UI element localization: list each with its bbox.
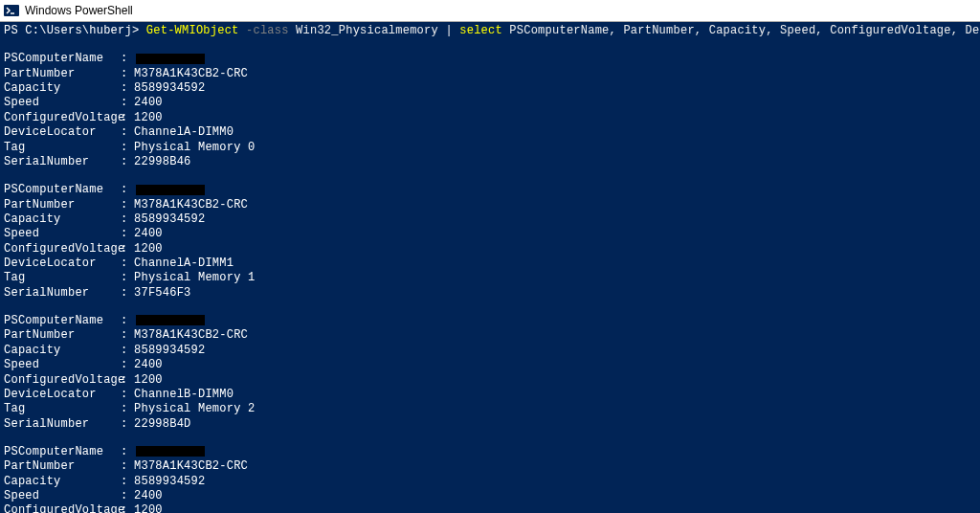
param-flag: -class — [239, 24, 297, 37]
field-label: ConfiguredVoltage — [4, 111, 121, 125]
field-value: 8589934592 — [134, 344, 205, 357]
field-label: DeviceLocator — [4, 388, 121, 402]
field-label: Capacity — [4, 344, 121, 358]
command-line: PS C:\Users\huberj> Get-WMIObject -class… — [4, 24, 976, 38]
field-value: 8589934592 — [134, 81, 205, 95]
svg-rect-0 — [4, 5, 19, 16]
memory-record: PSComputerName: PartNumber:M378A1K43CB2-… — [4, 52, 976, 169]
field-value: 1200 — [134, 373, 163, 387]
field-label: PartNumber — [4, 328, 121, 343]
cmdlet-name: Get-WMIObject — [146, 24, 239, 37]
field-label: Capacity — [4, 81, 121, 96]
field-value: 2400 — [134, 96, 163, 109]
redacted-value — [136, 185, 205, 195]
field-label: PSComputerName — [4, 183, 121, 197]
field-label: Capacity — [4, 475, 121, 489]
field-value: 22998B4D — [134, 417, 191, 431]
field-value: M378A1K43CB2-CRC — [134, 67, 248, 80]
field-value: 2400 — [134, 227, 163, 240]
window-title: Windows PowerShell — [25, 4, 133, 17]
field-label: DeviceLocator — [4, 125, 121, 140]
memory-record: PSComputerName: PartNumber:M378A1K43CB2-… — [4, 183, 976, 301]
field-label: DeviceLocator — [4, 256, 121, 271]
powershell-icon — [4, 3, 19, 18]
field-value: 1200 — [134, 242, 163, 256]
pipe: | — [445, 24, 459, 37]
field-label: ConfiguredVoltage — [4, 242, 121, 256]
field-value: 8589934592 — [134, 475, 205, 488]
field-label: PartNumber — [4, 67, 121, 81]
field-label: PartNumber — [4, 198, 121, 212]
memory-record: PSComputerName: PartNumber:M378A1K43CB2-… — [4, 445, 976, 513]
select-cmd: select — [459, 24, 509, 37]
field-label: Speed — [4, 489, 121, 503]
field-label: ConfiguredVoltage — [4, 503, 121, 513]
field-value: Physical Memory 2 — [134, 402, 256, 415]
field-label: Speed — [4, 358, 121, 372]
terminal-output[interactable]: PS C:\Users\huberj> Get-WMIObject -class… — [0, 22, 980, 513]
field-label: ConfiguredVoltage — [4, 373, 121, 388]
prompt: PS C:\Users\huberj> — [4, 24, 146, 37]
field-label: PSComputerName — [4, 314, 121, 328]
field-label: PSComputerName — [4, 445, 121, 459]
memory-record: PSComputerName: PartNumber:M378A1K43CB2-… — [4, 314, 976, 432]
field-label: PSComputerName — [4, 52, 121, 66]
field-label: PartNumber — [4, 459, 121, 474]
field-label: Tag — [4, 402, 121, 416]
classname: Win32_Physicalmemory — [296, 24, 445, 37]
field-value: M378A1K43CB2-CRC — [134, 198, 248, 212]
field-value: 22998B46 — [134, 155, 191, 168]
field-value: ChannelA-DIMM0 — [134, 125, 234, 139]
field-label: Speed — [4, 227, 121, 241]
redacted-value — [136, 446, 205, 457]
window-titlebar[interactable]: Windows PowerShell — [0, 0, 980, 22]
field-label: Tag — [4, 271, 121, 285]
field-label: SerialNumber — [4, 417, 121, 432]
field-value: 37F546F3 — [134, 286, 191, 300]
field-label: SerialNumber — [4, 155, 121, 169]
field-value: 1200 — [134, 111, 163, 124]
field-label: Tag — [4, 141, 121, 155]
field-value: Physical Memory 1 — [134, 271, 256, 284]
redacted-value — [136, 54, 205, 64]
field-value: M378A1K43CB2-CRC — [134, 328, 248, 342]
field-label: Speed — [4, 96, 121, 110]
field-value: 8589934592 — [134, 212, 205, 226]
select-fields: PSComputerName, PartNumber, Capacity, Sp… — [509, 24, 980, 37]
field-value: 1200 — [134, 503, 163, 513]
field-value: ChannelA-DIMM1 — [134, 256, 234, 270]
field-label: SerialNumber — [4, 286, 121, 301]
field-value: M378A1K43CB2-CRC — [134, 459, 248, 473]
field-value: ChannelB-DIMM0 — [134, 388, 234, 401]
field-value: 2400 — [134, 489, 163, 502]
redacted-value — [136, 315, 205, 325]
field-label: Capacity — [4, 212, 121, 227]
field-value: Physical Memory 0 — [134, 141, 256, 154]
field-value: 2400 — [134, 358, 163, 371]
